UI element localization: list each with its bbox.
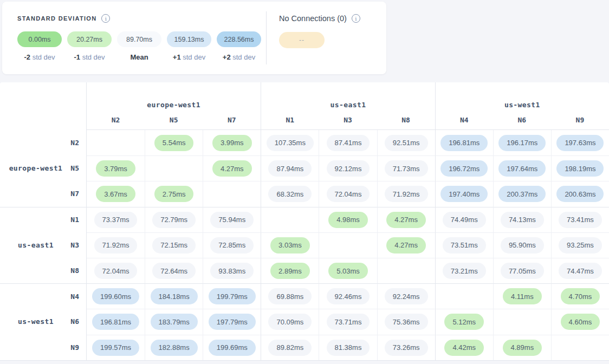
legend-card: STANDARD DEVIATION i 0.00ms-2 std dev20.…: [2, 2, 386, 74]
latency-pill[interactable]: 72.79ms: [152, 212, 196, 228]
latency-cell: 4.27ms: [203, 155, 261, 181]
latency-pill[interactable]: 89.82ms: [268, 340, 312, 356]
info-icon[interactable]: i: [352, 14, 360, 23]
latency-pill[interactable]: 73.26ms: [385, 340, 428, 356]
self-cell: [319, 232, 377, 258]
latency-cell: 73.26ms: [377, 335, 435, 360]
latency-pill[interactable]: 95.90ms: [501, 237, 544, 253]
latency-pill[interactable]: 93.25ms: [559, 237, 602, 253]
latency-pill[interactable]: 74.47ms: [559, 263, 602, 279]
latency-pill[interactable]: 72.85ms: [210, 237, 254, 253]
latency-pill[interactable]: 200.63ms: [556, 186, 604, 202]
latency-pill[interactable]: 182.88ms: [151, 340, 198, 356]
latency-pill[interactable]: 70.09ms: [268, 314, 312, 330]
latency-pill[interactable]: 2.75ms: [154, 186, 194, 202]
latency-pill[interactable]: 73.37ms: [94, 212, 138, 228]
latency-pill[interactable]: 87.41ms: [327, 135, 370, 151]
latency-pill[interactable]: 3.67ms: [96, 186, 135, 202]
latency-pill[interactable]: 71.92ms: [94, 237, 138, 253]
latency-pill[interactable]: 5.12ms: [444, 314, 484, 330]
latency-pill[interactable]: 75.94ms: [210, 212, 254, 228]
latency-pill[interactable]: 199.69ms: [209, 340, 256, 356]
region-header-us-west1: us-west1: [435, 82, 609, 114]
latency-pill[interactable]: 198.19ms: [556, 160, 604, 177]
latency-pill[interactable]: 4.42ms: [444, 340, 484, 356]
latency-pill[interactable]: 75.36ms: [385, 314, 428, 330]
latency-cell: 93.25ms: [551, 232, 609, 258]
latency-pill[interactable]: 196.72ms: [440, 160, 488, 177]
latency-pill[interactable]: 184.18ms: [151, 288, 198, 304]
latency-pill[interactable]: 87.94ms: [268, 160, 312, 177]
latency-pill[interactable]: 92.51ms: [385, 135, 428, 151]
latency-pill[interactable]: 74.13ms: [501, 212, 544, 228]
latency-pill[interactable]: 73.71ms: [327, 314, 370, 330]
legend-pill: 159.13ms: [167, 31, 211, 47]
latency-pill[interactable]: 72.04ms: [327, 186, 370, 202]
latency-pill[interactable]: 2.89ms: [270, 263, 310, 279]
latency-pill[interactable]: 196.81ms: [92, 314, 139, 330]
latency-pill[interactable]: 73.51ms: [443, 237, 486, 253]
latency-pill[interactable]: 93.83ms: [210, 263, 254, 279]
latency-cell: 5.12ms: [435, 309, 493, 334]
legend-stop-label: -1 std dev: [67, 53, 112, 61]
latency-cell: 75.36ms: [377, 309, 435, 334]
latency-pill[interactable]: 3.03ms: [270, 237, 310, 253]
latency-pill[interactable]: 73.41ms: [559, 212, 602, 228]
latency-pill[interactable]: 5.03ms: [328, 263, 368, 279]
latency-cell: 200.63ms: [551, 181, 609, 206]
info-icon[interactable]: i: [101, 14, 110, 23]
latency-cell: 200.37ms: [493, 181, 551, 206]
latency-pill[interactable]: 68.32ms: [268, 186, 312, 202]
latency-pill[interactable]: 197.79ms: [209, 314, 256, 330]
latency-pill[interactable]: 77.05ms: [501, 263, 544, 279]
latency-pill[interactable]: 3.79ms: [96, 160, 135, 177]
latency-pill[interactable]: 4.70ms: [561, 288, 600, 304]
latency-pill[interactable]: 196.17ms: [498, 135, 546, 151]
latency-pill[interactable]: 72.64ms: [152, 263, 196, 279]
std-dev-legend: STANDARD DEVIATION i 0.00ms-2 std dev20.…: [2, 2, 261, 74]
latency-pill[interactable]: 197.63ms: [556, 135, 604, 151]
latency-pill[interactable]: 5.54ms: [154, 135, 194, 151]
latency-pill[interactable]: 183.79ms: [151, 314, 198, 330]
row-node-label: N6: [70, 317, 79, 326]
no-connections-title: No Connections (0): [279, 14, 347, 23]
latency-pill[interactable]: 3.99ms: [212, 135, 252, 151]
latency-pill[interactable]: 92.46ms: [327, 288, 370, 304]
latency-pill[interactable]: 197.64ms: [498, 160, 546, 177]
latency-cell: 73.51ms: [435, 232, 493, 258]
latency-pill[interactable]: 74.49ms: [443, 212, 486, 228]
row-region-label: us-west1: [0, 317, 72, 326]
row-label-n2: N2: [0, 130, 87, 155]
latency-pill[interactable]: 73.21ms: [443, 263, 486, 279]
latency-pill[interactable]: 199.60ms: [92, 288, 139, 304]
latency-pill[interactable]: 72.04ms: [94, 263, 138, 279]
latency-pill[interactable]: 81.38ms: [327, 340, 370, 356]
latency-pill[interactable]: 4.60ms: [561, 314, 600, 330]
legend-pill: 228.56ms: [217, 31, 261, 47]
latency-pill[interactable]: 4.27ms: [386, 237, 426, 253]
latency-pill[interactable]: 4.11ms: [503, 288, 542, 304]
latency-pill[interactable]: 4.98ms: [328, 212, 368, 228]
latency-pill[interactable]: 4.27ms: [386, 212, 426, 228]
region-header-europe-west1: europe-west1: [87, 82, 261, 114]
latency-pill[interactable]: 196.81ms: [440, 135, 488, 151]
latency-pill[interactable]: 72.15ms: [152, 237, 196, 253]
latency-pill[interactable]: 4.27ms: [212, 160, 252, 177]
latency-pill[interactable]: 199.79ms: [209, 288, 256, 304]
latency-pill[interactable]: 92.12ms: [327, 160, 370, 177]
latency-pill[interactable]: 4.89ms: [503, 340, 542, 356]
latency-pill[interactable]: 69.88ms: [268, 288, 312, 304]
latency-pill[interactable]: 200.37ms: [498, 186, 546, 202]
latency-cell: 4.60ms: [551, 309, 609, 334]
legend-stop: 0.00ms-2 std dev: [17, 31, 62, 61]
node-header-n9: N9: [551, 114, 609, 130]
latency-pill[interactable]: 71.73ms: [385, 160, 428, 177]
latency-pill[interactable]: 92.24ms: [385, 288, 428, 304]
latency-pill[interactable]: 107.35ms: [267, 135, 314, 151]
latency-cell: 5.03ms: [319, 258, 377, 283]
latency-pill[interactable]: 197.40ms: [440, 186, 488, 202]
latency-pill[interactable]: 71.92ms: [385, 186, 428, 202]
latency-cell: 92.51ms: [377, 130, 435, 155]
latency-cell: 75.94ms: [203, 207, 261, 232]
latency-pill[interactable]: 199.57ms: [92, 340, 139, 356]
